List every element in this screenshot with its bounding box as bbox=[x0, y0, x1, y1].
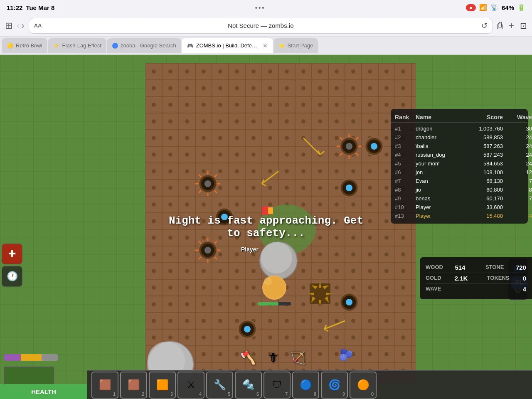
add-tab-button[interactable]: + bbox=[508, 20, 514, 32]
lb-name-8: benas bbox=[416, 195, 470, 202]
tab-start[interactable]: ⭐ Start Page bbox=[273, 38, 318, 53]
sidebar-button[interactable]: ⊞ bbox=[5, 20, 12, 31]
game-container[interactable]: Night is fast approaching. Get to safety… bbox=[0, 55, 532, 399]
build-slot-9[interactable]: 🌀 9 bbox=[321, 372, 348, 399]
slot-icon-7: 🛡 bbox=[272, 379, 282, 391]
lb-rank-header: Rank bbox=[395, 114, 416, 121]
xp-bar-gold bbox=[21, 354, 42, 361]
close-tab-icon[interactable]: ✕ bbox=[263, 42, 268, 49]
build-slot-8[interactable]: 🔵 8 bbox=[292, 372, 319, 399]
start-favicon: ⭐ bbox=[278, 42, 285, 49]
build-slot-6[interactable]: 🔩 6 bbox=[235, 372, 262, 399]
lb-score-3: 587,243 bbox=[470, 152, 507, 158]
slot-icon-0: 🟠 bbox=[357, 379, 369, 391]
lb-name-7: jio bbox=[416, 187, 470, 193]
leaderboard-rows: #1 dragon 1,003,760 30 #2 chandler 588,8… bbox=[391, 124, 528, 220]
zombs-favicon: 🎮 bbox=[187, 42, 194, 49]
lb-wave-header: Wave bbox=[507, 114, 532, 121]
back-button[interactable]: ‹ bbox=[17, 20, 20, 31]
lb-wave-5: 12 bbox=[507, 169, 532, 175]
lb-rank-0: #1 bbox=[395, 126, 416, 132]
lb-wave-6: 7 bbox=[507, 178, 532, 184]
health-label: HEALTH bbox=[31, 388, 56, 395]
lb-name-3: russian_dog bbox=[416, 152, 470, 158]
build-slot-3[interactable]: 🟧 3 bbox=[149, 372, 176, 399]
tab-zombs-label: ZOMBS.io | Build. Defen... bbox=[196, 42, 259, 49]
xp-bar-gray bbox=[42, 354, 58, 361]
build-slot-0[interactable]: 🟠 0 bbox=[350, 372, 377, 399]
health-button[interactable]: ✚ bbox=[2, 244, 22, 264]
reload-button[interactable]: ↺ bbox=[481, 21, 488, 30]
tab-flash-lag[interactable]: ⚡ Flash-Lag Effect bbox=[48, 38, 106, 53]
build-slot-2[interactable]: 🟫 2 bbox=[120, 372, 147, 399]
dots-icon: ••• bbox=[255, 4, 266, 11]
tab-retro-bowl[interactable]: 🟡 Retro Bowl bbox=[2, 38, 47, 53]
svg-point-56 bbox=[244, 326, 251, 332]
weapons-bar: 🪓 🗡 🏹 bbox=[239, 349, 306, 366]
lb-score-5: 108,100 bbox=[470, 169, 507, 175]
tab-zooba-label: zooba - Google Search bbox=[121, 42, 176, 49]
slot-num-7: 7 bbox=[285, 392, 288, 397]
browser-toolbar: ⊞ ‹ › AA Not Secure — zombs.io ↺ ⎙ + ⊡ bbox=[0, 15, 532, 37]
lb-wave-0: 30 bbox=[507, 126, 532, 132]
slot-num-0: 0 bbox=[371, 392, 374, 397]
svg-point-11 bbox=[204, 180, 211, 187]
tab-zombs[interactable]: 🎮 ZOMBS.io | Build. Defen... ✕ bbox=[182, 38, 273, 53]
slot-icon-6: 🔩 bbox=[242, 379, 255, 391]
lb-name-5: jon bbox=[416, 169, 470, 175]
crossbow-weapon[interactable]: 🏹 bbox=[289, 349, 306, 366]
wave-value: 4 bbox=[523, 286, 526, 293]
lb-wave-4: 24 bbox=[507, 160, 532, 167]
tab-zooba[interactable]: zooba - Google Search bbox=[107, 38, 181, 53]
leaderboard-row-7: #8 jio 60,800 8 bbox=[391, 185, 528, 194]
svg-point-60 bbox=[264, 277, 272, 286]
slot-num-4: 4 bbox=[199, 392, 202, 397]
xp-bar-purple bbox=[4, 354, 21, 361]
clock-button[interactable]: 🕐 bbox=[2, 266, 22, 287]
lb-rank-6: #7 bbox=[395, 178, 416, 184]
build-slot-1[interactable]: 🟫 1 bbox=[91, 372, 118, 399]
sword-weapon[interactable]: 🗡 bbox=[264, 349, 281, 366]
xp-bar bbox=[4, 354, 58, 361]
build-slot-4[interactable]: ⚔ 4 bbox=[177, 372, 204, 399]
lb-rank-1: #2 bbox=[395, 134, 416, 140]
leaderboard-row-5: #6 jon 108,100 12 bbox=[391, 168, 528, 177]
night-warning-message: Night is fast approaching. Get to safety… bbox=[162, 214, 370, 239]
time: 11:22 bbox=[7, 4, 22, 11]
signal-icon: 📡 bbox=[490, 4, 498, 11]
svg-point-58 bbox=[261, 242, 292, 273]
status-left: 11:22 Tue Mar 8 bbox=[7, 4, 54, 11]
build-slot-5[interactable]: 🔧 5 bbox=[206, 372, 233, 399]
lb-name-6: Evan bbox=[416, 178, 470, 184]
axe-weapon[interactable]: 🪓 bbox=[239, 349, 256, 366]
lb-wave-7: 8 bbox=[507, 187, 532, 193]
wood-value: 514 bbox=[455, 264, 465, 271]
wave-label: WAVE bbox=[426, 286, 441, 293]
forward-button[interactable]: › bbox=[21, 20, 24, 31]
svg-point-22 bbox=[204, 247, 211, 254]
lb-name-9: Player bbox=[416, 204, 470, 210]
slot-num-3: 3 bbox=[170, 392, 173, 397]
leaderboard-row-6: #7 Evan 68,130 7 bbox=[391, 177, 528, 185]
lb-rank-3: #4 bbox=[395, 152, 416, 158]
svg-point-36 bbox=[346, 143, 352, 150]
address-bar[interactable]: AA Not Secure — zombs.io ↺ bbox=[29, 18, 493, 34]
lb-name-1: chandler bbox=[416, 134, 470, 140]
tabs-overview-button[interactable]: ⊡ bbox=[520, 20, 527, 32]
stone-label: STONE bbox=[485, 264, 504, 271]
lb-rank-9: #10 bbox=[395, 204, 416, 210]
lb-wave-3: 24 bbox=[507, 152, 532, 158]
lb-score-header: Score bbox=[470, 114, 507, 121]
wave-row: WAVE 4 bbox=[426, 284, 526, 294]
share-button[interactable]: ⎙ bbox=[497, 20, 502, 32]
leaderboard-row-9: #10 Player 33,600 bbox=[391, 203, 528, 212]
lb-score-2: 587,263 bbox=[470, 143, 507, 149]
lb-score-7: 60,800 bbox=[470, 187, 507, 193]
wood-row: WOOD 514 STONE 720 bbox=[426, 262, 526, 273]
slot-icon-3: 🟧 bbox=[156, 379, 169, 391]
build-slot-7[interactable]: 🛡 7 bbox=[264, 372, 291, 399]
retro-bowl-favicon: 🟡 bbox=[7, 42, 13, 49]
health-bar-bottom: HEALTH bbox=[0, 384, 87, 399]
purple-item[interactable]: 🫐 bbox=[339, 348, 353, 362]
tab-start-label: Start Page bbox=[288, 42, 313, 49]
